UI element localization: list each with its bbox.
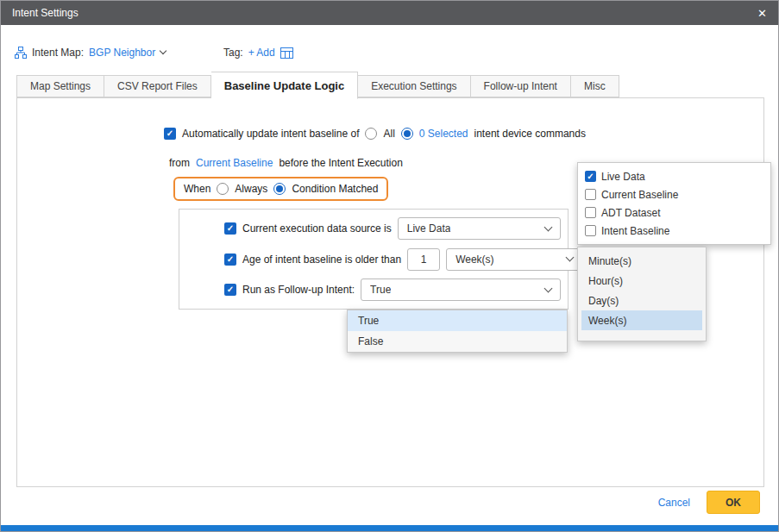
age-value-group: Week(s) [407,248,582,271]
datasource-checkbox[interactable] [224,222,236,235]
close-icon[interactable]: ✕ [757,8,767,19]
intent-baseline-label: Intent Baseline [601,225,669,237]
menu-item-current-baseline[interactable]: Current Baseline [578,185,770,203]
radio-always-label[interactable]: Always [235,183,267,195]
live-data-checkbox[interactable] [585,171,596,182]
when-condition-group: When Always Condition Matched [173,177,388,201]
datasource-select-value: Live Data [407,222,451,235]
tag-label: Tag: [223,47,243,59]
tab-bar: Map Settings CSV Report Files Baseline U… [16,73,619,97]
auto-update-row: Automatically update intent baseline of … [164,128,586,140]
followup-select[interactable]: True [361,279,561,301]
dialog-title: Intent Settings [12,7,79,19]
radio-0-selected[interactable] [401,128,413,140]
menu-item-weeks[interactable]: Week(s) [581,310,702,330]
chevron-down-icon [544,284,553,292]
auto-update-suffix: intent device commands [474,128,586,140]
tab-misc[interactable]: Misc [571,75,619,97]
radio-0-selected-label[interactable]: 0 Selected [419,128,468,140]
current-baseline-checkbox[interactable] [585,189,596,200]
menu-item-live-data[interactable]: Live Data [578,167,770,185]
datasource-label: Current execution data source is [242,222,392,235]
menu-item-true[interactable]: True [348,310,567,331]
age-unit-select-value: Week(s) [455,253,493,266]
menu-item-hours[interactable]: Hour(s) [581,271,702,291]
radio-all[interactable] [365,128,377,140]
menu-item-minutes[interactable]: Minute(s) [581,251,702,271]
adt-dataset-checkbox[interactable] [585,207,596,218]
age-condition-row: Age of intent baseline is older than Wee… [224,248,561,271]
from-prefix: from [169,157,190,169]
current-baseline-label: Current Baseline [601,189,678,201]
radio-condition-matched[interactable] [273,183,286,195]
datasource-condition-row: Current execution data source is Live Da… [224,217,561,240]
chevron-down-icon [544,222,553,231]
bottom-accent-bar [1,525,778,531]
add-tag-link[interactable]: + Add [248,47,275,59]
conditions-panel: Current execution data source is Live Da… [179,209,569,310]
followup-checkbox[interactable] [224,284,236,296]
menu-item-false[interactable]: False [348,331,567,352]
age-input[interactable] [407,248,440,271]
chevron-down-icon [566,253,575,262]
datasource-select[interactable]: Live Data [398,217,561,240]
tag-row: Tag: + Add [223,42,293,63]
intent-map-icon [15,47,27,59]
intent-settings-dialog: Intent Settings ✕ Intent Map: BGP Neighb… [0,0,779,532]
followup-select-value: True [370,284,391,296]
followup-label: Run as Follow-up Intent: [242,284,355,296]
chevron-down-icon[interactable] [160,47,166,54]
radio-condition-matched-label[interactable]: Condition Matched [292,183,378,195]
tab-follow-up-intent[interactable]: Follow-up Intent [471,75,571,97]
menu-item-intent-baseline[interactable]: Intent Baseline [578,222,770,240]
age-label: Age of intent baseline is older than [242,253,401,266]
menu-item-days[interactable]: Day(s) [581,291,702,310]
followup-condition-row: Run as Follow-up Intent: True [224,279,561,301]
cancel-button[interactable]: Cancel [658,497,690,509]
datasource-dropdown-menu: Live Data Current Baseline ADT Dataset I… [577,162,771,245]
tab-csv-report-files[interactable]: CSV Report Files [104,75,211,97]
intent-map-row: Intent Map: BGP Neighbor [15,42,166,63]
unit-dropdown-menu: Minute(s) Hour(s) Day(s) Week(s) [577,247,707,341]
radio-all-label[interactable]: All [383,128,394,140]
intent-baseline-checkbox[interactable] [585,225,596,236]
tag-table-icon[interactable] [280,47,293,59]
menu-item-adt-dataset[interactable]: ADT Dataset [578,203,770,222]
intent-map-value[interactable]: BGP Neighbor [89,47,155,59]
ok-button[interactable]: OK [707,491,760,514]
current-baseline-link[interactable]: Current Baseline [196,157,273,169]
followup-dropdown-menu: True False [347,310,568,353]
tab-execution-settings[interactable]: Execution Settings [358,75,470,97]
tab-baseline-update-logic[interactable]: Baseline Update Logic [211,72,358,99]
from-suffix: before the Intent Execution [279,157,402,169]
live-data-label: Live Data [601,171,645,183]
tab-map-settings[interactable]: Map Settings [16,75,104,97]
age-checkbox[interactable] [224,253,236,266]
from-baseline-row: from Current Baseline before the Intent … [169,157,403,169]
age-unit-select[interactable]: Week(s) [446,248,582,271]
radio-always[interactable] [217,183,229,195]
adt-dataset-label: ADT Dataset [601,207,660,219]
when-label: When [184,183,210,195]
auto-update-label: Automatically update intent baseline of [182,128,359,140]
auto-update-checkbox[interactable] [164,128,176,140]
dialog-titlebar: Intent Settings ✕ [1,1,778,25]
intent-map-label: Intent Map: [32,47,84,59]
